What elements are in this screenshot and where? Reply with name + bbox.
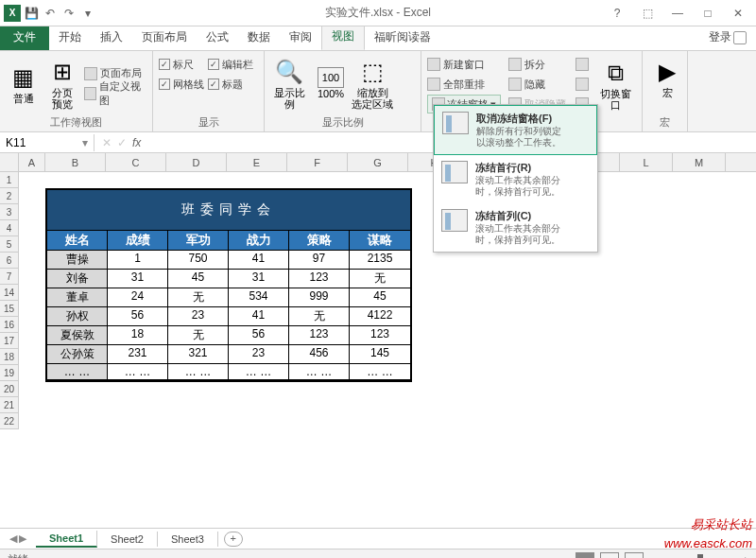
login-link[interactable]: 登录: [699, 25, 756, 50]
spreadsheet-grid[interactable]: A B C D E F G H I J K L M 12345671415161…: [0, 153, 756, 528]
col-header[interactable]: C: [106, 153, 166, 171]
split-button[interactable]: 拆分: [508, 55, 566, 74]
freeze-first-col-item[interactable]: 冻结首列(C)滚动工作表其余部分 时，保持首列可见。: [434, 203, 597, 252]
page-layout-view-icon[interactable]: [600, 552, 619, 559]
sync-scroll-button[interactable]: [576, 75, 589, 94]
qat-dropdown-icon[interactable]: ▾: [79, 5, 96, 22]
pagebreak-view-button[interactable]: ⊞分页 预览: [44, 55, 79, 112]
table-cell[interactable]: 无: [168, 326, 229, 345]
zoom-100-button[interactable]: 100100%: [312, 65, 350, 101]
table-cell[interactable]: … …: [289, 364, 350, 380]
col-header[interactable]: D: [166, 153, 227, 171]
ruler-checkbox[interactable]: ✓标尺: [159, 55, 204, 74]
table-cell[interactable]: 孙权: [47, 307, 108, 326]
tab-insert[interactable]: 插入: [91, 25, 132, 50]
custom-view-button[interactable]: 自定义视图: [84, 84, 147, 103]
sheet-tab[interactable]: Sheet1: [36, 531, 97, 548]
table-cell[interactable]: 123: [289, 326, 350, 345]
table-cell[interactable]: 750: [168, 251, 229, 270]
help-icon[interactable]: ?: [607, 7, 627, 20]
undo-icon[interactable]: ↶: [42, 5, 59, 22]
headings-checkbox[interactable]: ✓标题: [208, 75, 253, 94]
table-cell[interactable]: 456: [289, 345, 350, 364]
table-cell[interactable]: 123: [289, 270, 350, 288]
row-header[interactable]: 18: [0, 349, 19, 365]
table-cell[interactable]: … …: [229, 364, 289, 380]
table-cell[interactable]: 45: [168, 270, 229, 288]
view-side-button[interactable]: [576, 55, 589, 74]
sheet-nav-first-icon[interactable]: ◀: [9, 532, 17, 545]
formula-bar[interactable]: ✕ ✓ fx: [94, 136, 141, 149]
col-header[interactable]: B: [45, 153, 106, 171]
table-cell[interactable]: … …: [350, 364, 410, 380]
row-header[interactable]: 17: [0, 333, 19, 349]
tab-view[interactable]: 视图: [321, 23, 365, 50]
cancel-icon[interactable]: ✕: [102, 136, 112, 149]
row-header[interactable]: 22: [0, 413, 19, 429]
table-cell[interactable]: 23: [168, 307, 229, 326]
row-header[interactable]: 5: [0, 236, 19, 253]
table-cell[interactable]: 56: [108, 307, 168, 326]
row-header[interactable]: 20: [0, 381, 19, 397]
arrange-all-button[interactable]: 全部重排: [427, 75, 501, 94]
col-header[interactable]: G: [348, 153, 408, 171]
hide-button[interactable]: 隐藏: [508, 75, 566, 94]
zoom-thumb[interactable]: [697, 554, 703, 558]
formula-bar-checkbox[interactable]: ✓编辑栏: [208, 55, 253, 74]
table-cell[interactable]: 曹操: [47, 251, 108, 270]
new-window-button[interactable]: 新建窗口: [427, 55, 501, 74]
table-cell[interactable]: 97: [289, 251, 350, 270]
row-header[interactable]: 4: [0, 220, 19, 236]
col-header[interactable]: E: [227, 153, 287, 171]
row-header[interactable]: 15: [0, 301, 19, 317]
save-icon[interactable]: 💾: [23, 5, 40, 22]
row-header[interactable]: 19: [0, 365, 19, 381]
sheet-tab[interactable]: Sheet3: [158, 532, 218, 547]
ribbon-options-icon[interactable]: ⬚: [637, 7, 658, 20]
tab-formula[interactable]: 公式: [197, 25, 238, 50]
table-cell[interactable]: 145: [350, 345, 410, 364]
select-all-corner[interactable]: [0, 153, 19, 171]
zoom-selection-button[interactable]: ⬚缩放到 选定区域: [353, 55, 391, 112]
normal-view-icon[interactable]: [576, 552, 594, 559]
table-cell[interactable]: 4122: [350, 307, 410, 326]
col-header[interactable]: L: [620, 153, 673, 171]
zoom-in-icon[interactable]: +: [743, 554, 748, 559]
tab-review[interactable]: 审阅: [280, 25, 321, 50]
table-cell[interactable]: 23: [229, 345, 289, 364]
table-cell[interactable]: 123: [350, 326, 410, 345]
table-cell[interactable]: 41: [229, 251, 289, 270]
normal-view-button[interactable]: ▦普通: [6, 61, 41, 106]
minimize-icon[interactable]: —: [667, 7, 688, 20]
col-header[interactable]: M: [673, 153, 726, 171]
table-cell[interactable]: … …: [168, 364, 229, 380]
table-cell[interactable]: 刘备: [47, 270, 108, 288]
fx-icon[interactable]: fx: [132, 136, 141, 149]
table-cell[interactable]: 董卓: [47, 288, 108, 307]
table-cell[interactable]: 45: [350, 288, 410, 307]
switch-window-button[interactable]: ⧉切换窗口: [596, 56, 634, 113]
table-cell[interactable]: 无: [350, 270, 410, 288]
tab-home[interactable]: 开始: [49, 25, 91, 50]
row-header[interactable]: 1: [0, 172, 19, 188]
sheet-nav-last-icon[interactable]: ▶: [19, 532, 26, 545]
table-cell[interactable]: 999: [289, 288, 350, 307]
table-cell[interactable]: 321: [168, 345, 229, 364]
enter-icon[interactable]: ✓: [117, 136, 127, 149]
tab-layout[interactable]: 页面布局: [132, 25, 197, 50]
row-header[interactable]: 6: [0, 253, 19, 269]
row-header[interactable]: 2: [0, 188, 19, 204]
macro-button[interactable]: ▶宏: [648, 55, 686, 100]
table-cell[interactable]: 534: [229, 288, 289, 307]
table-cell[interactable]: … …: [108, 364, 168, 380]
table-cell[interactable]: 夏侯敦: [47, 326, 108, 345]
table-cell[interactable]: 41: [229, 307, 289, 326]
col-header[interactable]: F: [287, 153, 348, 171]
col-header[interactable]: A: [19, 153, 45, 171]
table-cell[interactable]: 1: [108, 251, 168, 270]
tab-data[interactable]: 数据: [238, 25, 280, 50]
table-cell[interactable]: 2135: [350, 251, 410, 270]
row-header[interactable]: 21: [0, 397, 19, 413]
zoom-button[interactable]: 🔍显示比例: [270, 55, 308, 112]
add-sheet-button[interactable]: +: [224, 532, 243, 547]
